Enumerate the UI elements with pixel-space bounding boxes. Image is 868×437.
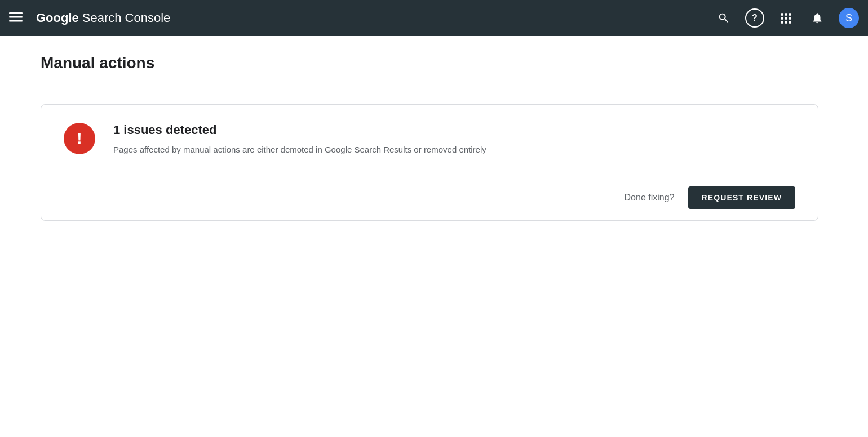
notifications-icon[interactable] xyxy=(807,8,827,28)
svg-rect-1 xyxy=(9,16,23,18)
google-wordmark: Google xyxy=(36,11,79,25)
menu-icon[interactable] xyxy=(9,10,23,26)
card-footer: Done fixing? REQUEST REVIEW xyxy=(41,175,818,220)
card-description: Pages affected by manual actions are eit… xyxy=(113,143,508,157)
done-fixing-label: Done fixing? xyxy=(625,193,675,203)
issues-card: ! 1 issues detected Pages affected by ma… xyxy=(41,104,818,221)
exclamation-mark: ! xyxy=(77,131,82,146)
card-body: ! 1 issues detected Pages affected by ma… xyxy=(41,105,818,175)
navbar-right: ? S xyxy=(714,8,859,28)
search-icon[interactable] xyxy=(714,8,734,28)
apps-icon[interactable] xyxy=(776,8,796,28)
grid-icon-dots xyxy=(781,13,791,24)
main-content: Manual actions ! 1 issues detected Pages… xyxy=(0,36,868,437)
product-name: Search Console xyxy=(82,11,171,25)
help-icon[interactable]: ? xyxy=(745,8,764,28)
user-avatar[interactable]: S xyxy=(839,8,859,28)
svg-rect-0 xyxy=(9,12,23,14)
navbar: Google Search Console ? xyxy=(0,0,868,36)
page-title: Manual actions xyxy=(41,54,827,72)
request-review-button[interactable]: REQUEST REVIEW xyxy=(688,186,795,209)
navbar-left: Google Search Console xyxy=(9,10,170,26)
divider xyxy=(41,86,827,86)
svg-rect-2 xyxy=(9,20,23,22)
error-icon: ! xyxy=(64,123,95,154)
card-heading: 1 issues detected xyxy=(113,123,795,137)
card-text-area: 1 issues detected Pages affected by manu… xyxy=(113,123,795,157)
app-title: Google Search Console xyxy=(36,11,170,25)
